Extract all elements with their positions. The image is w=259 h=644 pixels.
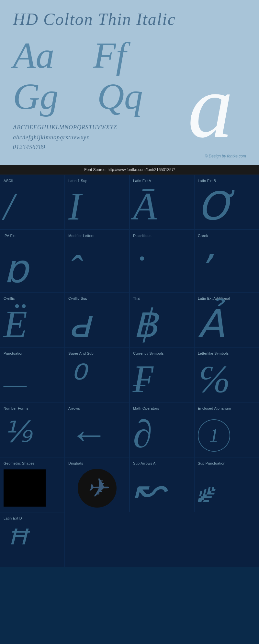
glyph-char-latin1sup: I bbox=[68, 187, 81, 226]
glyph-label-superandsub: Super And Sub bbox=[68, 351, 94, 355]
letter-qq: Qq bbox=[97, 76, 143, 117]
glyph-label-thai: Thai bbox=[133, 296, 141, 300]
glyph-label-diacriticals: Diacriticals bbox=[133, 234, 152, 238]
glyph-char-suppunctuation: ⸙ bbox=[198, 478, 212, 507]
glyph-cell-latin1sup: Latin 1 Sup I bbox=[65, 175, 130, 230]
glyph-label-latinextadd: Latin Ext Additional bbox=[198, 296, 230, 300]
glyph-char-ipaext: ɒ bbox=[4, 250, 28, 289]
glyph-label-enclosed: Enclosed Alphanum bbox=[198, 406, 231, 410]
glyph-grid: ASCII / Latin 1 Sup I Latin Ext A Ā Lati… bbox=[0, 175, 259, 567]
dingbats-char: ✈ bbox=[86, 473, 108, 503]
glyph-char-numberforms: ⅑ bbox=[4, 418, 32, 447]
letter-gg: Gg bbox=[13, 76, 59, 117]
glyph-label-cyrillic: Cyrillic bbox=[4, 296, 15, 300]
dingbats-circle: ✈ bbox=[78, 469, 117, 508]
glyph-char-letterlike: ℅ bbox=[198, 360, 230, 399]
glyph-label-suppunctuation: Sup Punctuation bbox=[198, 461, 225, 465]
glyph-label-greek: Greek bbox=[198, 234, 208, 238]
glyph-char-latinextd: ꟸ bbox=[4, 525, 26, 564]
glyph-char-arrows: ← bbox=[68, 415, 107, 454]
glyph-cell-diacriticals: Diacriticals ˙ bbox=[130, 230, 194, 292]
letter-aa: Aa bbox=[13, 35, 54, 76]
glyph-label-latinextb: Latin Ext B bbox=[198, 179, 216, 183]
enclosed-circle: 1 bbox=[198, 419, 230, 452]
glyph-cell-modifier: Modifier Letters ˆ bbox=[65, 230, 130, 292]
glyph-cell-numberforms: Number Forms ⅑ bbox=[0, 402, 65, 457]
glyph-cell-punctuation: Punctuation — bbox=[0, 347, 65, 402]
glyph-char-cyrillic: Ё bbox=[4, 305, 27, 344]
enclosed-char: 1 bbox=[209, 424, 219, 446]
hero-big-letter: a bbox=[188, 61, 233, 152]
glyph-char-cyrillicsup: ԁ bbox=[68, 305, 91, 344]
font-source-bar: Font Source: http://www.fontke.com/font/… bbox=[0, 165, 259, 175]
font-source-text: Font Source: http://www.fontke.com/font/… bbox=[84, 167, 175, 172]
glyph-char-punctuation: — bbox=[4, 371, 27, 397]
glyph-char-modifier: ˆ bbox=[68, 250, 81, 289]
glyph-cell-ascii: ASCII / bbox=[0, 175, 65, 230]
glyph-cell-thai: Thai ฿ bbox=[130, 292, 194, 347]
glyph-char-superandsub: ⁰ bbox=[68, 360, 84, 399]
glyph-label-dingbats: Dingbats bbox=[68, 461, 83, 465]
glyph-cell-dingbats: Dingbats ✈ bbox=[65, 457, 130, 512]
glyph-cell-arrows: Arrows ← bbox=[65, 402, 130, 457]
glyph-char-mathoperators: ∂ bbox=[133, 415, 152, 454]
glyph-char-latinextb: Ơ bbox=[198, 187, 233, 226]
glyph-char-latinexta: Ā bbox=[133, 187, 157, 226]
glyph-cell-latinexta: Latin Ext A Ā bbox=[130, 175, 194, 230]
glyph-cell-suppunctuation: Sup Punctuation ⸙ bbox=[194, 457, 259, 512]
glyph-cell-greek: Greek ʼ bbox=[194, 230, 259, 292]
glyph-label-ipaext: IPA Ext bbox=[4, 234, 16, 238]
glyph-char-currency: ₣ bbox=[133, 360, 152, 399]
letter-ff: Ff bbox=[93, 35, 126, 76]
glyph-cell-mathoperators: Math Operators ∂ bbox=[130, 402, 194, 457]
glyph-label-modifier: Modifier Letters bbox=[68, 234, 95, 238]
glyph-char-latinextadd: Ả bbox=[198, 305, 224, 344]
glyph-label-cyrillicsup: Cyrillic Sup bbox=[68, 296, 87, 300]
glyph-cell-cyrillic: Cyrillic Ё bbox=[0, 292, 65, 347]
glyph-label-numberforms: Number Forms bbox=[4, 406, 28, 410]
glyph-label-geometric: Geometric Shapes bbox=[4, 461, 35, 465]
geometric-black-rect bbox=[4, 469, 46, 507]
glyph-label-arrows: Arrows bbox=[68, 406, 80, 410]
glyph-char-ascii: / bbox=[4, 187, 14, 226]
glyph-cell-enclosed: Enclosed Alphanum 1 bbox=[194, 402, 259, 457]
glyph-cell-latinextadd: Latin Ext Additional Ả bbox=[194, 292, 259, 347]
glyph-cell-latinextb: Latin Ext B Ơ bbox=[194, 175, 259, 230]
glyph-cell-currency: Currency Symbols ₣ bbox=[130, 347, 194, 402]
glyph-label-latinextd: Latin Ext D bbox=[4, 516, 22, 520]
font-title: HD Colton Thin Italic bbox=[13, 10, 246, 29]
glyph-char-suparrowsa: ↜ bbox=[133, 470, 166, 509]
glyph-cell-superandsub: Super And Sub ⁰ bbox=[65, 347, 130, 402]
glyph-cell-geometric: Geometric Shapes bbox=[0, 457, 65, 512]
glyph-label-currency: Currency Symbols bbox=[133, 351, 164, 355]
hero-section: HD Colton Thin Italic Aa Ff Gg Qq a ABCD… bbox=[0, 0, 259, 165]
glyph-cell-letterlike: Letterlike Symbols ℅ bbox=[194, 347, 259, 402]
glyph-label-mathoperators: Math Operators bbox=[133, 406, 159, 410]
glyph-label-ascii: ASCII bbox=[4, 179, 13, 183]
glyph-label-latin1sup: Latin 1 Sup bbox=[68, 179, 87, 183]
glyph-label-suparrowsa: Sup Arrows A bbox=[133, 461, 156, 465]
glyph-cell-latinextd: Latin Ext D ꟸ bbox=[0, 512, 65, 567]
glyph-char-diacriticals: ˙ bbox=[133, 250, 146, 289]
glyph-cell-cyrillicsup: Cyrillic Sup ԁ bbox=[65, 292, 130, 347]
glyph-char-thai: ฿ bbox=[133, 305, 158, 344]
glyph-label-letterlike: Letterlike Symbols bbox=[198, 351, 229, 355]
glyph-cell-suparrowsa: Sup Arrows A ↜ bbox=[130, 457, 194, 512]
glyph-label-punctuation: Punctuation bbox=[4, 351, 23, 355]
glyph-char-greek: ʼ bbox=[198, 250, 210, 289]
glyph-label-latinexta: Latin Ext A bbox=[133, 179, 151, 183]
glyph-cell-ipaext: IPA Ext ɒ bbox=[0, 230, 65, 292]
